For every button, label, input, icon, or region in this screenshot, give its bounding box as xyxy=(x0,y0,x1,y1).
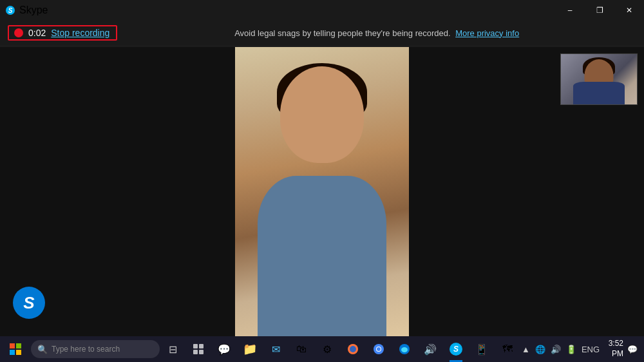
left-dark-panel: S xyxy=(0,47,235,337)
main-video-area: S xyxy=(0,45,644,338)
volume-icon: 🔊 xyxy=(424,343,437,356)
svg-rect-2 xyxy=(193,344,198,348)
mail-icon: ✉ xyxy=(272,343,280,356)
app-title: Skype xyxy=(19,5,48,16)
more-privacy-link[interactable]: More privacy info xyxy=(455,28,519,38)
start-square-2 xyxy=(16,343,21,348)
taskbar-volume[interactable]: 🔊 xyxy=(417,336,443,362)
search-icon: 🔍 xyxy=(37,345,48,354)
maps-icon: 🗺 xyxy=(502,343,513,355)
store-icon: 🛍 xyxy=(296,343,307,355)
widgets-icon xyxy=(193,343,204,355)
skype-taskbar-icon: S xyxy=(450,343,462,356)
taskbar-file-explorer[interactable]: 📁 xyxy=(237,336,263,362)
minimize-button[interactable]: – xyxy=(555,0,585,21)
svg-text:S: S xyxy=(8,7,13,14)
recording-bar: 0:02 Stop recording Avoid legal snags by… xyxy=(0,21,644,45)
svg-point-10 xyxy=(377,347,381,351)
taskbar-app-extra1[interactable]: 📱 xyxy=(469,336,495,362)
start-square-4 xyxy=(16,350,21,355)
taskbar-edge[interactable] xyxy=(392,336,417,362)
windows-logo-icon xyxy=(10,343,21,355)
svg-point-12 xyxy=(401,347,408,352)
taskbar-store[interactable]: 🛍 xyxy=(289,336,314,362)
system-tray: ▲ 🌐 🔊 🔋 ENG xyxy=(520,345,601,354)
taskbar-settings[interactable]: ⚙ xyxy=(314,336,340,362)
caller-face xyxy=(280,66,364,163)
svg-rect-5 xyxy=(199,350,204,354)
record-dot-icon xyxy=(14,28,23,37)
self-view-thumbnail xyxy=(560,53,638,105)
taskbar-right: ▲ 🌐 🔊 🔋 ENG 3:52 PM 💬 xyxy=(520,339,644,359)
chat-icon: 💬 xyxy=(218,343,231,356)
title-bar-controls: – ❐ ✕ xyxy=(555,0,644,21)
title-bar: S Skype – ❐ ✕ xyxy=(0,0,644,21)
skype-logo-overlay: S xyxy=(13,287,45,319)
taskbar-firefox[interactable] xyxy=(340,336,366,362)
taskbar-chat[interactable]: 💬 xyxy=(211,336,237,362)
firefox-icon xyxy=(347,343,359,355)
task-view-icon: ⊟ xyxy=(169,343,177,356)
notice-text: Avoid legal snags by telling people they… xyxy=(234,28,450,38)
start-square-3 xyxy=(10,350,15,355)
taskbar: 🔍 ⊟ 💬 📁 ✉ xyxy=(0,336,644,362)
taskbar-maps[interactable]: 🗺 xyxy=(495,336,520,362)
skype-title-icon: S xyxy=(5,5,15,15)
taskbar-search[interactable]: 🔍 xyxy=(31,340,160,358)
folder-icon: 📁 xyxy=(243,342,257,356)
network-icon[interactable]: 🌐 xyxy=(534,345,547,354)
close-button[interactable]: ✕ xyxy=(614,0,644,21)
notification-icon[interactable]: 💬 xyxy=(626,345,639,354)
chrome-icon xyxy=(373,343,384,355)
record-time: 0:02 xyxy=(28,28,46,38)
tray-expand-icon[interactable]: ▲ xyxy=(520,345,531,354)
recording-notice: Avoid legal snags by telling people they… xyxy=(117,28,636,38)
taskbar-left: 🔍 ⊟ 💬 📁 ✉ xyxy=(0,336,520,362)
restore-button[interactable]: ❐ xyxy=(585,0,614,21)
taskbar-widgets[interactable] xyxy=(185,336,211,362)
caller-body xyxy=(258,176,386,337)
battery-icon[interactable]: 🔋 xyxy=(565,345,578,354)
taskbar-clock[interactable]: 3:52 PM xyxy=(603,339,623,359)
settings-icon: ⚙ xyxy=(323,343,332,356)
title-bar-left: S Skype xyxy=(0,5,48,16)
svg-rect-3 xyxy=(199,344,204,348)
main-caller-video xyxy=(235,47,409,337)
taskbar-apps: 💬 📁 ✉ 🛍 ⚙ xyxy=(185,336,520,362)
task-view-button[interactable]: ⊟ xyxy=(160,336,185,362)
stop-recording-button[interactable]: Stop recording xyxy=(51,28,109,38)
skype-s-logo: S xyxy=(23,293,34,313)
start-button[interactable] xyxy=(0,336,31,362)
taskbar-mail[interactable]: ✉ xyxy=(263,336,289,362)
edge-icon xyxy=(399,343,410,355)
svg-point-7 xyxy=(350,346,356,352)
svg-rect-4 xyxy=(193,350,198,354)
right-dark-panel xyxy=(409,47,644,337)
start-square-1 xyxy=(10,343,15,348)
volume-tray-icon[interactable]: 🔊 xyxy=(549,345,562,354)
search-input[interactable] xyxy=(52,345,153,354)
self-person xyxy=(564,56,634,104)
clock-time: 3:52 PM xyxy=(603,339,623,359)
taskbar-skype[interactable]: S xyxy=(443,336,469,362)
language-indicator[interactable]: ENG xyxy=(580,345,601,354)
recording-indicator: 0:02 Stop recording xyxy=(8,25,117,41)
caller-person xyxy=(238,53,406,337)
self-body xyxy=(573,82,625,104)
taskbar-chrome[interactable] xyxy=(366,336,392,362)
extra1-icon: 📱 xyxy=(475,343,488,356)
